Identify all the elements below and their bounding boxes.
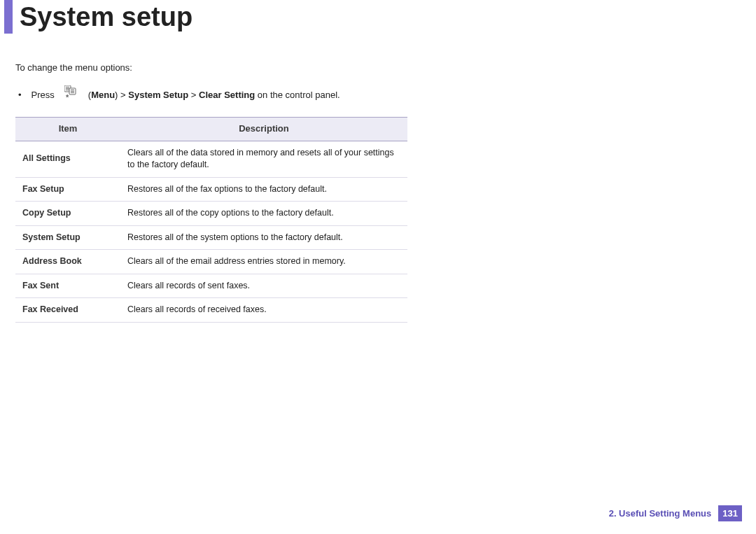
header-item: Item — [15, 118, 120, 141]
instruction-item: • Press * (Menu) > System Setup > Clear … — [18, 85, 449, 104]
intro-text: To change the menu options: — [15, 62, 449, 74]
bullet-marker: • — [18, 89, 22, 101]
page-number-badge: 131 — [718, 505, 742, 521]
menu-path: (Menu) > System Setup > Clear Setting on… — [88, 89, 340, 101]
item-name: Copy Setup — [15, 202, 120, 226]
page-title: System setup — [20, 0, 192, 34]
content-area: To change the menu options: • Press * — [15, 62, 449, 323]
suffix-text: on the control panel. — [255, 90, 340, 100]
header-description: Description — [120, 118, 407, 141]
close-paren-sep: ) > — [115, 90, 128, 100]
item-name: Fax Received — [15, 298, 120, 323]
system-setup-label: System Setup — [128, 90, 188, 100]
item-name: Address Book — [15, 250, 120, 274]
table-row: Fax Sent Clears all records of sent faxe… — [15, 274, 407, 298]
footer-section: 2. Useful Setting Menus — [609, 508, 712, 519]
title-accent-bar — [4, 0, 13, 34]
press-label: Press — [31, 89, 55, 101]
table-row: All Settings Clears all of the data stor… — [15, 141, 407, 177]
page-title-block: System setup — [4, 0, 756, 34]
item-desc: Restores all of the system options to th… — [120, 225, 407, 250]
item-name: All Settings — [15, 141, 120, 177]
item-name: System Setup — [15, 225, 120, 250]
table-row: Copy Setup Restores all of the copy opti… — [15, 202, 407, 226]
table-row: Address Book Clears all of the email add… — [15, 250, 407, 274]
table-row: Fax Received Clears all records of recei… — [15, 298, 407, 323]
item-desc: Clears all of the data stored in memory … — [120, 141, 407, 177]
item-desc: Restores all of the fax options to the f… — [120, 177, 407, 202]
item-name: Fax Sent — [15, 274, 120, 298]
item-desc: Clears all records of sent faxes. — [120, 274, 407, 298]
settings-table: Item Description All Settings Clears all… — [15, 117, 407, 322]
instruction-list: • Press * (Menu) > System Setup > Clear … — [18, 85, 449, 104]
menu-label: Menu — [91, 90, 115, 100]
item-name: Fax Setup — [15, 177, 120, 202]
menu-icon: * — [64, 85, 78, 104]
table-row: System Setup Restores all of the system … — [15, 225, 407, 250]
item-desc: Clears all records of received faxes. — [120, 298, 407, 323]
item-desc: Restores all of the copy options to the … — [120, 202, 407, 226]
table-row: Fax Setup Restores all of the fax option… — [15, 177, 407, 202]
page-footer: 2. Useful Setting Menus 131 — [609, 505, 742, 521]
item-desc: Clears all of the email address entries … — [120, 250, 407, 274]
clear-setting-label: Clear Setting — [199, 90, 255, 100]
svg-text:*: * — [66, 93, 69, 101]
sep2: > — [188, 90, 199, 100]
table-header-row: Item Description — [15, 118, 407, 141]
